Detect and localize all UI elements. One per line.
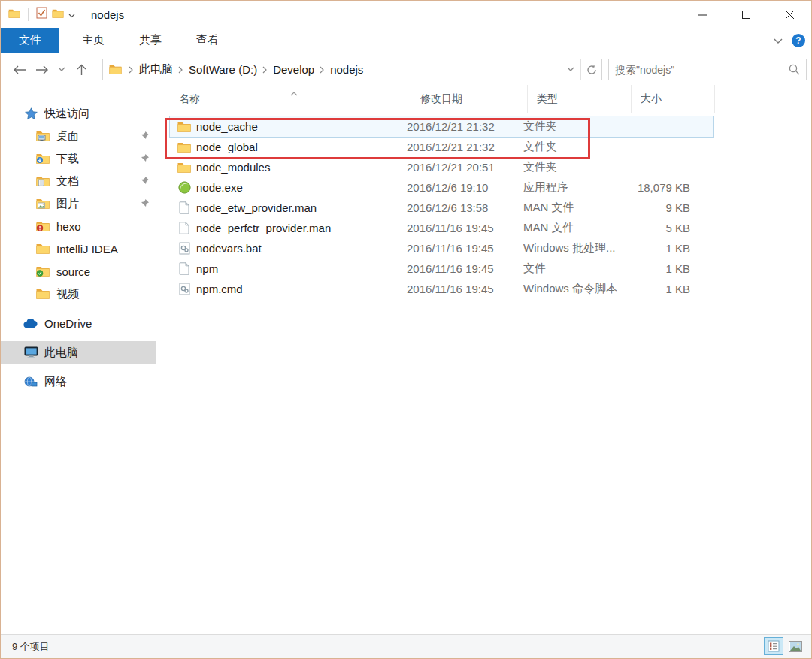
breadcrumb-separator-icon[interactable]: [176, 66, 186, 74]
node-app-icon: [176, 181, 192, 194]
breadcrumb-separator-icon[interactable]: [126, 66, 136, 74]
status-bar: 9 个项目: [1, 634, 811, 658]
file-row-node_modules[interactable]: node_modules2016/12/21 20:51文件夹: [170, 157, 713, 177]
search-input[interactable]: [609, 64, 783, 76]
maximize-button[interactable]: [724, 1, 768, 28]
folder-documents-icon: [35, 176, 50, 186]
this-pc-icon: [23, 346, 38, 358]
file-date-modified: 2016/12/6 13:58: [397, 201, 514, 214]
folder-download-icon: [35, 153, 50, 164]
column-header-size[interactable]: 大小: [631, 85, 715, 113]
sidebar-item-网络[interactable]: 网络: [1, 370, 156, 393]
navigation-bar: 此电脑SoftWare (D:)Developnodejs: [1, 54, 811, 85]
checkbox-icon[interactable]: [36, 7, 47, 22]
up-button[interactable]: [70, 59, 92, 81]
item-count-label: 9 个项目: [1, 640, 50, 654]
file-row-node_etw_provider.man[interactable]: node_etw_provider.man2016/12/6 13:58MAN …: [170, 198, 713, 218]
sidebar-item-label: hexo: [56, 220, 81, 233]
sidebar-item-下载[interactable]: 下载: [1, 147, 156, 170]
sidebar-item-label: 桌面: [56, 129, 79, 144]
file-name: node_global: [192, 141, 397, 153]
file-row-node_perfctr_provider.man[interactable]: node_perfctr_provider.man2016/11/16 19:4…: [170, 218, 713, 238]
file-name: node_cache: [192, 120, 397, 133]
sidebar-item-图片[interactable]: 图片: [1, 192, 156, 215]
file-date-modified: 2016/11/16 19:45: [397, 222, 514, 234]
help-icon[interactable]: ?: [792, 34, 805, 47]
sidebar-item-视频[interactable]: 视频: [1, 283, 156, 305]
column-header-date[interactable]: 修改日期: [411, 85, 527, 113]
sidebar-item-此电脑[interactable]: 此电脑: [1, 341, 156, 364]
pin-icon: [140, 198, 150, 210]
file-name: node_etw_provider.man: [192, 201, 397, 214]
explorer-folder-icon: [8, 8, 20, 21]
breadcrumb-item[interactable]: 此电脑: [136, 62, 176, 77]
column-header-type[interactable]: 类型: [527, 85, 631, 113]
address-bar[interactable]: 此电脑SoftWare (D:)Developnodejs: [102, 59, 602, 80]
folder-desktop-icon: [35, 131, 50, 141]
file-row-node_global[interactable]: node_global2016/12/21 21:32文件夹: [170, 137, 713, 157]
toolbar-divider: [83, 8, 83, 21]
ribbon-tab-文件[interactable]: 文件: [1, 28, 59, 53]
column-headers: 名称 修改日期 类型 大小: [156, 85, 811, 113]
titlebar: nodejs: [1, 1, 811, 28]
file-name: npm.cmd: [192, 283, 397, 295]
file-size: 5 KB: [617, 222, 692, 234]
sidebar-item-IntelliJ IDEA[interactable]: IntelliJ IDEA: [1, 237, 156, 260]
folder-pictures-icon: [35, 198, 50, 209]
breadcrumb-separator-icon[interactable]: [317, 66, 327, 74]
sidebar-item-文档[interactable]: 文档: [1, 170, 156, 192]
breadcrumb-item[interactable]: Develop: [270, 63, 317, 76]
folder-icon: [176, 142, 192, 153]
forward-button[interactable]: [31, 59, 53, 81]
search-icon[interactable]: [783, 64, 806, 75]
chevron-down-icon[interactable]: [68, 8, 75, 21]
minimize-button[interactable]: [680, 1, 724, 28]
ribbon-tab-查看[interactable]: 查看: [181, 28, 234, 53]
sidebar-item-label: source: [56, 265, 90, 278]
file-date-modified: 2016/11/16 19:45: [397, 262, 514, 275]
file-type: 文件夹: [514, 119, 617, 134]
sidebar-item-label: 此电脑: [44, 346, 78, 360]
collapse-ribbon-chevron-icon[interactable]: [774, 34, 783, 47]
sidebar-item-快速访问[interactable]: 快速访问: [1, 102, 156, 125]
file-row-nodevars.bat[interactable]: nodevars.bat2016/11/16 19:45Windows 批处理.…: [170, 238, 713, 258]
back-button[interactable]: [8, 59, 31, 81]
file-name: node_perfctr_provider.man: [192, 222, 397, 234]
sidebar-item-桌面[interactable]: 桌面: [1, 125, 156, 147]
network-icon: [23, 376, 38, 388]
file-row-node.exe[interactable]: node.exe2016/12/6 19:10应用程序18,079 KB: [170, 177, 713, 198]
sidebar-item-label: 文档: [56, 174, 79, 189]
breadcrumb-separator-icon[interactable]: [260, 66, 270, 74]
sidebar-item-hexo[interactable]: hexo: [1, 215, 156, 237]
address-dropdown-chevron-icon[interactable]: [561, 59, 580, 80]
file-row-npm[interactable]: npm2016/11/16 19:45文件1 KB: [170, 258, 713, 279]
file-date-modified: 2016/12/21 20:51: [397, 161, 514, 174]
details-view-button[interactable]: [764, 637, 783, 655]
folder-icon: [35, 243, 50, 254]
search-box[interactable]: [608, 59, 807, 80]
pin-icon: [140, 175, 150, 188]
breadcrumb-item[interactable]: nodejs: [327, 63, 366, 76]
column-header-name[interactable]: 名称: [170, 85, 411, 113]
file-name: node.exe: [192, 181, 397, 194]
sidebar-item-OneDrive[interactable]: OneDrive: [1, 312, 156, 334]
refresh-icon[interactable]: [580, 59, 601, 80]
recent-locations-chevron-icon[interactable]: [53, 59, 70, 81]
file-date-modified: 2016/11/16 19:45: [397, 283, 514, 295]
close-button[interactable]: [768, 1, 811, 28]
file-type: Windows 批处理...: [514, 241, 617, 255]
file-type: Windows 命令脚本: [514, 282, 617, 296]
ribbon-tab-共享[interactable]: 共享: [124, 28, 177, 53]
sidebar-item-source[interactable]: source: [1, 260, 156, 283]
breadcrumb-item[interactable]: SoftWare (D:): [186, 63, 260, 76]
folder-icon[interactable]: [52, 8, 64, 21]
file-row-node_cache[interactable]: node_cache2016/12/21 21:32文件夹: [170, 116, 713, 137]
file-type: 文件夹: [514, 140, 617, 154]
ribbon-tab-主页[interactable]: 主页: [67, 28, 120, 53]
file-size: 1 KB: [617, 283, 692, 295]
file-name: nodevars.bat: [192, 242, 397, 255]
folder-icon: [35, 289, 50, 299]
file-row-npm.cmd[interactable]: npm.cmd2016/11/16 19:45Windows 命令脚本1 KB: [170, 279, 713, 299]
thumbnail-view-button[interactable]: [786, 637, 805, 655]
file-size: 9 KB: [617, 201, 692, 214]
